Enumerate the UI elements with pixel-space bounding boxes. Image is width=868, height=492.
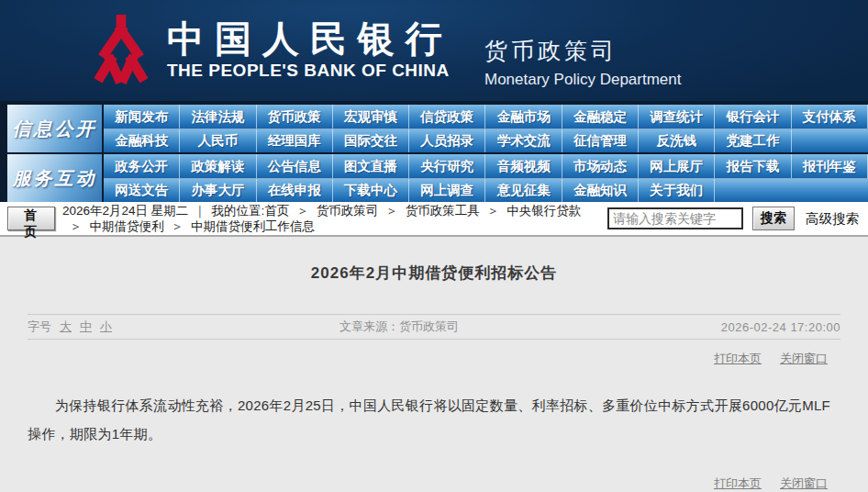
breadcrumb-separator: ＞ <box>70 219 83 233</box>
bank-name-cn: 中国人民银行 <box>167 20 453 59</box>
nav-item-baokannianjian[interactable]: 报刊年鉴 <box>792 154 868 178</box>
breadcrumb: 2026年2月24日 星期二｜我的位置:首页＞货币政策司＞货币政策工具＞中央银行… <box>62 203 602 234</box>
pboc-logo-icon <box>92 15 150 86</box>
nav-item-diaochatongji[interactable]: 调查统计 <box>639 105 715 129</box>
print-close-row-bottom: 打印本页 关闭窗口 <box>28 448 840 492</box>
nav-item-fanxiqian[interactable]: 反洗钱 <box>639 129 715 152</box>
location-prefix: 我的位置: <box>212 204 265 218</box>
nav-item-xinwenfabu[interactable]: 新闻发布 <box>104 105 180 129</box>
font-size-medium[interactable]: 中 <box>80 319 92 335</box>
nav-item-zhifutixi[interactable]: 支付体系 <box>792 105 868 129</box>
nav-item-jinrongzhishi[interactable]: 金融知识 <box>562 179 639 202</box>
nav-item-shichangdongtai[interactable]: 市场动态 <box>562 154 639 178</box>
nav-item-tuwenzhibo[interactable]: 图文直播 <box>333 154 409 178</box>
nav-item-xueshujiaoliu[interactable]: 学术交流 <box>485 129 562 152</box>
nav-section-label-info: 信息公开 <box>7 105 104 152</box>
close-window-link[interactable]: 关闭窗口 <box>780 475 828 492</box>
nav-item-jingliguoku[interactable]: 经理国库 <box>257 129 333 152</box>
nav-item-yijianzhengji[interactable]: 意见征集 <box>485 179 562 202</box>
breadcrumb-home[interactable]: 首页 <box>264 204 289 218</box>
nav-section-service: 服务互动 政务公开 政策解读 公告信息 图文直播 央行研究 音频视频 市场动态 … <box>7 154 868 202</box>
department-name-en: Monetary Policy Department <box>484 71 681 89</box>
nav-item-jinrongshichang[interactable]: 金融市场 <box>485 105 562 129</box>
nav-item-yinpinshipin[interactable]: 音频视频 <box>485 154 562 178</box>
nav-section-info: 信息公开 新闻发布 法律法规 货币政策 宏观审慎 信贷政策 金融市场 金融稳定 … <box>7 105 868 152</box>
breadcrumb-separator: ＞ <box>487 204 500 218</box>
breadcrumb-mlf-info[interactable]: 中期借贷便利工作信息 <box>191 219 315 233</box>
nav-section-label-service: 服务互动 <box>7 154 104 202</box>
print-close-row-top: 打印本页 关闭窗口 <box>28 340 840 367</box>
nav-item-guojijiaowang[interactable]: 国际交往 <box>333 129 409 152</box>
nav-item-jinrongwending[interactable]: 金融稳定 <box>562 105 639 129</box>
nav-item-jinrongkeji[interactable]: 金融科技 <box>104 129 180 152</box>
nav-item-hongguanshenshen[interactable]: 宏观审慎 <box>333 105 409 129</box>
nav-item-gonggaoxinxi[interactable]: 公告信息 <box>257 154 333 178</box>
bank-name-en: THE PEOPLE'S BANK OF CHINA <box>167 61 453 81</box>
search-button[interactable]: 搜索 <box>752 207 795 230</box>
source-label: 文章来源： <box>339 319 399 335</box>
print-page-link[interactable]: 打印本页 <box>714 475 762 492</box>
nav-item-xindaizhengce[interactable]: 信贷政策 <box>409 105 485 129</box>
nav-item-wangshangzhanting[interactable]: 网上展厅 <box>639 154 715 178</box>
nav-item-wangsongwengao[interactable]: 网送文告 <box>104 179 180 202</box>
advanced-search-link[interactable]: 高级搜索 <box>806 210 859 228</box>
breadcrumb-pipe: ｜ <box>194 204 206 218</box>
home-button[interactable]: 首 页 <box>7 207 55 230</box>
nav-item-yanghangyanjiu[interactable]: 央行研究 <box>409 154 485 178</box>
breadcrumb-separator: ＞ <box>385 204 398 218</box>
breadcrumb-loans[interactable]: 中央银行贷款 <box>506 204 581 218</box>
search-input[interactable] <box>607 207 743 229</box>
article-source: 货币政策司 <box>399 319 459 335</box>
site-header: 中国人民银行 THE PEOPLE'S BANK OF CHINA 货币政策司 … <box>0 0 868 101</box>
nav-item-zaixianshenbao[interactable]: 在线申报 <box>257 179 333 202</box>
font-size-label: 字号 <box>28 319 51 335</box>
breadcrumb-mlf[interactable]: 中期借贷便利 <box>90 219 164 233</box>
close-window-link[interactable]: 关闭窗口 <box>780 351 828 367</box>
nav-item-zhengxinguanli[interactable]: 征信管理 <box>562 129 639 152</box>
main-nav: 信息公开 新闻发布 法律法规 货币政策 宏观审慎 信贷政策 金融市场 金融稳定 … <box>0 101 868 202</box>
article-datetime: 2026-02-24 17:20:00 <box>721 320 840 334</box>
nav-item-guanyuwomen[interactable]: 关于我们 <box>639 179 715 202</box>
nav-item-yinhangkuaiji[interactable]: 银行会计 <box>715 105 791 129</box>
article-body: 为保持银行体系流动性充裕，2026年2月25日，中国人民银行将以固定数量、利率招… <box>28 391 840 448</box>
nav-item-baogaoxiazai[interactable]: 报告下载 <box>715 154 791 178</box>
article-area: 2026年2月中期借贷便利招标公告 字号 大 中 小 文章来源： 货币政策司 2… <box>0 237 868 492</box>
print-page-link[interactable]: 打印本页 <box>714 351 762 367</box>
font-size-large[interactable]: 大 <box>60 319 72 335</box>
breadcrumb-separator: ＞ <box>172 219 184 233</box>
nav-item-dangjiangongzuo[interactable]: 党建工作 <box>715 129 791 152</box>
nav-item-zhengcejiedu[interactable]: 政策解读 <box>180 154 256 178</box>
breadcrumb-separator: ＞ <box>296 204 309 218</box>
page-title: 2026年2月中期借贷便利招标公告 <box>28 237 840 284</box>
nav-item-huobizhengce[interactable]: 货币政策 <box>257 105 333 129</box>
nav-item-banshidating[interactable]: 办事大厅 <box>180 179 256 202</box>
current-date: 2026年2月24日 星期二 <box>62 204 188 218</box>
breadcrumb-bar: 首 页 2026年2月24日 星期二｜我的位置:首页＞货币政策司＞货币政策工具＞… <box>0 202 868 237</box>
breadcrumb-dept[interactable]: 货币政策司 <box>317 204 379 218</box>
nav-item-xiazaizhongxin[interactable]: 下载中心 <box>333 179 409 202</box>
nav-item-wangshangdiaocha[interactable]: 网上调查 <box>409 179 485 202</box>
breadcrumb-tools[interactable]: 货币政策工具 <box>406 204 480 218</box>
nav-item-zhengwugongkai[interactable]: 政务公开 <box>104 154 180 178</box>
nav-item-renminbi[interactable]: 人民币 <box>180 129 256 152</box>
nav-item-renyuanzhaolu[interactable]: 人员招录 <box>409 129 485 152</box>
search-area: 搜索 高级搜索 <box>607 207 862 230</box>
article-meta-row: 字号 大 中 小 文章来源： 货币政策司 2026-02-24 17:20:00 <box>28 314 840 340</box>
font-size-small[interactable]: 小 <box>100 319 112 335</box>
department-name-cn: 货币政策司 <box>484 36 681 66</box>
nav-item-falvfagui[interactable]: 法律法规 <box>180 105 256 129</box>
